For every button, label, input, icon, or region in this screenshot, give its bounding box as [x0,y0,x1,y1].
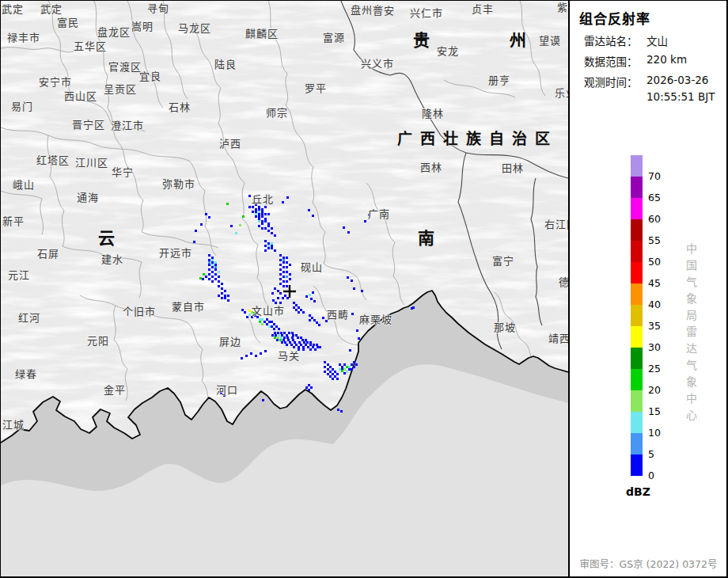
echo-cell [245,355,248,357]
echo-cell [353,361,355,363]
echo-cell [208,273,210,276]
echo-cell [346,371,348,373]
echo-cell [273,323,275,325]
place-label: 五华区 [74,41,107,51]
echo-cell [199,277,202,279]
echo-cell [286,266,288,268]
echo-cell [266,318,268,321]
echo-cell [261,215,264,218]
colorbar-tick: 60 [648,215,661,225]
echo-cell [214,273,217,276]
echo-cell [227,299,229,302]
echo-cell [282,297,284,299]
echo-cell [274,249,276,252]
echo-cell [261,323,264,325]
echo-cell [356,329,358,332]
echo-cell [221,283,223,285]
echo-cell [286,196,289,199]
echo-cell [211,280,214,283]
echo-cell [289,278,291,280]
echo-cell [248,195,251,197]
echo-cell [298,311,300,314]
echo-cell [351,279,353,282]
echo-cell [208,278,210,280]
place-label: 江城 [2,420,25,430]
echo-cell [318,324,320,326]
place-label: 田林 [502,163,524,173]
place-label: 武定 [40,4,63,14]
echo-cell [279,292,282,295]
echo-cell [309,348,312,351]
obs-time-label: 观测时间： [584,74,638,89]
colorbar-tick: 45 [648,279,661,289]
echo-cell [255,355,257,357]
echo-cell [302,348,305,351]
echo-cell [261,222,264,225]
echo-cell [211,259,214,261]
echo-cell [274,234,276,237]
echo-cell [288,332,290,334]
colorbar-segment [631,390,643,412]
place-label: 普安 [373,6,395,16]
range-label: 数据范围： [584,53,638,69]
place-label: 富民 [57,17,79,28]
echo-cell [226,203,229,205]
echo-cell [336,378,339,380]
echo-cell [358,337,360,340]
echo-cell [200,223,203,226]
info-panel: 组合反射率 雷达站名： 文山 数据范围： 220 km 观测时间： 2026-0… [570,1,727,577]
echo-cell [289,264,291,266]
obs-date-value: 2026-03-26 [646,74,708,86]
echo-cell [205,213,207,215]
echo-cell [286,280,288,283]
obs-time-value: 10:55:51 BJT [646,90,715,103]
place-label: 师宗 [266,108,288,118]
dbz-unit-label: dBZ [626,485,650,498]
echo-cell [276,339,279,341]
echo-cell [282,266,285,268]
place-label: 易门 [11,101,33,112]
colorbar-segment [631,283,643,305]
place-label: 丘北 [252,194,274,204]
echo-cell [227,295,229,297]
echo-cell [312,291,314,294]
echo-cell [244,311,246,314]
echo-cell [348,366,351,368]
echo-cell [218,276,220,278]
echo-cell [308,209,310,211]
colorbar-tick: 70 [648,172,661,182]
echo-cell [250,352,252,355]
echo-cell [235,232,237,234]
echo-cell [286,261,288,264]
echo-cell [267,230,270,232]
echo-cell [258,220,260,222]
echo-cell [308,384,310,386]
echo-cell [255,213,257,215]
colorbar-tick: 0 [648,471,654,481]
place-label: 红河 [18,313,40,323]
place-label: 麻栗坡 [359,314,392,325]
echo-cell [267,247,270,249]
echo-cell [208,254,210,257]
echo-cell [271,232,273,234]
echo-cell [264,220,267,222]
echo-cell [271,292,274,295]
echo-cell [343,372,346,375]
colorbar-segment [631,369,643,390]
place-label: 望谟 [539,36,561,46]
place-label: 右江区 [544,219,568,230]
echo-cell [339,363,341,366]
echo-cell [205,276,207,278]
colorbar-segment [631,412,643,433]
place-label: 华宁 [112,167,134,177]
echo-cell [279,264,282,266]
echo-cell [341,367,343,370]
place-label: 乐业 [555,88,568,98]
echo-cell [271,227,273,230]
colorbar-tick: 5 [648,450,654,460]
place-label: 广南 [368,209,390,219]
colorbar-segment [631,305,643,326]
echo-cell [279,302,282,304]
echo-cell [264,227,267,230]
echo-cell [279,268,282,271]
